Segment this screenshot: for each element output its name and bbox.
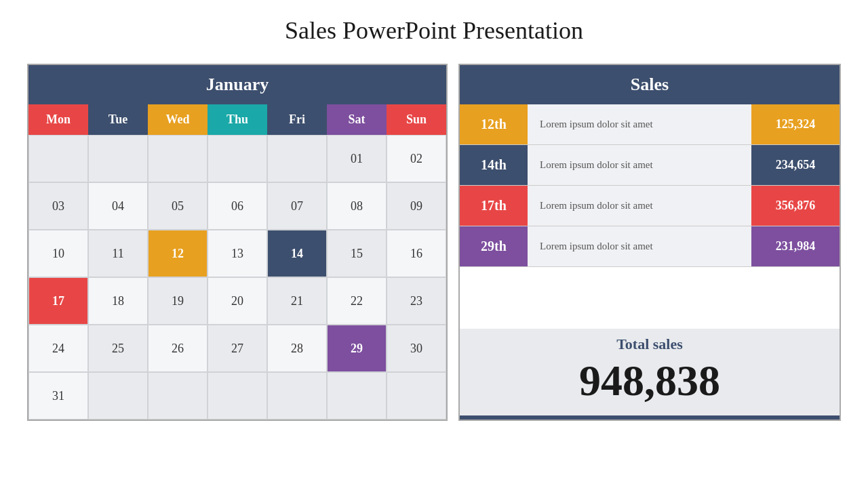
cal-cell: 02 — [387, 135, 446, 182]
cal-cell: 14 — [267, 230, 327, 277]
total-value: 948,838 — [579, 356, 720, 406]
cal-cell: 10 — [28, 230, 88, 277]
sales-date: 17th — [460, 186, 528, 226]
cal-cell — [267, 372, 327, 420]
cal-cell — [88, 135, 148, 182]
cal-cell: 30 — [387, 325, 446, 372]
sales-date: 29th — [460, 226, 528, 266]
calendar-panel: January Mon Tue Wed Thu Fri Sat Sun 0102… — [27, 64, 448, 421]
day-header-sun: Sun — [387, 104, 446, 135]
day-headers: Mon Tue Wed Thu Fri Sat Sun — [28, 104, 446, 135]
cal-cell — [208, 135, 267, 182]
sales-description: Lorem ipsum dolor sit amet — [528, 145, 751, 185]
cal-cell — [148, 135, 208, 182]
main-content: January Mon Tue Wed Thu Fri Sat Sun 0102… — [27, 64, 841, 421]
sales-description: Lorem ipsum dolor sit amet — [528, 104, 751, 144]
cal-cell: 03 — [28, 182, 88, 230]
cal-cell — [28, 135, 88, 182]
total-section: Total sales 948,838 — [460, 329, 840, 415]
sales-rows: 12thLorem ipsum dolor sit amet125,32414t… — [460, 104, 840, 329]
cal-cell: 16 — [387, 230, 446, 277]
sales-row: 29thLorem ipsum dolor sit amet231,984 — [460, 226, 840, 267]
sales-amount: 234,654 — [751, 145, 840, 185]
sales-header: Sales — [460, 65, 840, 104]
cal-cell: 12 — [148, 230, 208, 277]
cal-cell — [208, 372, 267, 420]
cal-cell — [88, 372, 148, 420]
cal-cell: 07 — [267, 182, 327, 230]
cal-cell: 28 — [267, 325, 327, 372]
sales-description: Lorem ipsum dolor sit amet — [528, 186, 751, 226]
cal-cell: 17 — [28, 277, 88, 325]
day-header-tue: Tue — [88, 104, 148, 135]
sales-date: 12th — [460, 104, 528, 144]
sales-amount: 356,876 — [751, 186, 840, 226]
sales-amount: 231,984 — [751, 226, 840, 266]
cal-cell: 25 — [88, 325, 148, 372]
day-header-wed: Wed — [148, 104, 208, 135]
cal-cell: 27 — [208, 325, 267, 372]
cal-cell: 26 — [148, 325, 208, 372]
day-header-mon: Mon — [28, 104, 88, 135]
sales-amount: 125,324 — [751, 104, 840, 144]
day-header-sat: Sat — [327, 104, 387, 135]
cal-cell — [267, 135, 327, 182]
cal-cell: 09 — [387, 182, 446, 230]
cal-cell: 19 — [148, 277, 208, 325]
page-title: Sales PowerPoint Presentation — [285, 16, 583, 45]
sales-row: 17thLorem ipsum dolor sit amet356,876 — [460, 186, 840, 226]
cal-cell: 01 — [327, 135, 387, 182]
cal-cell — [387, 372, 446, 420]
sales-row: 14thLorem ipsum dolor sit amet234,654 — [460, 145, 840, 186]
cal-cell — [327, 372, 387, 420]
cal-cell: 20 — [208, 277, 267, 325]
cal-cell: 31 — [28, 372, 88, 420]
day-header-fri: Fri — [267, 104, 327, 135]
cal-cell: 13 — [208, 230, 267, 277]
total-label: Total sales — [616, 336, 683, 353]
cal-cell: 18 — [88, 277, 148, 325]
cal-cell: 15 — [327, 230, 387, 277]
calendar-header: January — [28, 65, 446, 104]
calendar-grid: 0102030405060708091011121314151617181920… — [28, 135, 446, 420]
cal-cell: 23 — [387, 277, 446, 325]
cal-cell: 04 — [88, 182, 148, 230]
cal-cell: 29 — [327, 325, 387, 372]
sales-description: Lorem ipsum dolor sit amet — [528, 226, 751, 266]
sales-date: 14th — [460, 145, 528, 185]
cal-cell: 05 — [148, 182, 208, 230]
cal-cell: 21 — [267, 277, 327, 325]
cal-cell: 24 — [28, 325, 88, 372]
cal-cell: 08 — [327, 182, 387, 230]
cal-cell: 22 — [327, 277, 387, 325]
sales-footer — [460, 415, 840, 420]
day-header-thu: Thu — [208, 104, 267, 135]
sales-panel: Sales 12thLorem ipsum dolor sit amet125,… — [458, 64, 841, 421]
cal-cell — [148, 372, 208, 420]
sales-row: 12thLorem ipsum dolor sit amet125,324 — [460, 104, 840, 145]
cal-cell: 06 — [208, 182, 267, 230]
cal-cell: 11 — [88, 230, 148, 277]
